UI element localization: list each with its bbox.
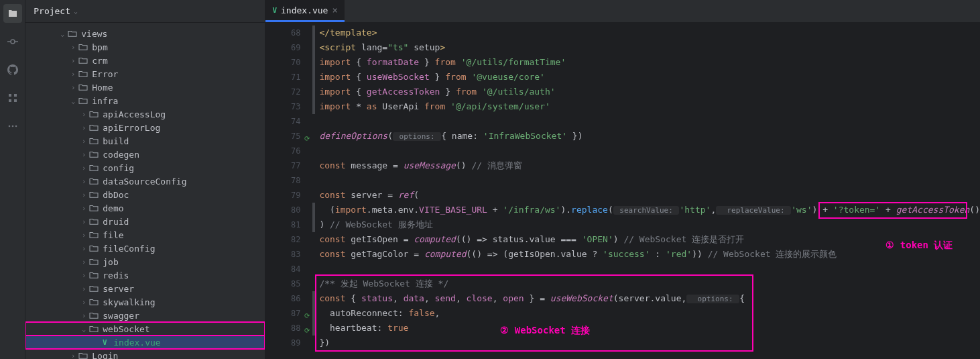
folder-icon [67,30,78,38]
tree-label: index.vue [113,338,160,348]
chevron-down-icon[interactable] [68,97,78,105]
chevron-right-icon[interactable] [79,312,88,319]
file-tree[interactable]: viewsbpmcrmErrorHomeinfraapiAccessLogapi… [25,23,265,359]
line-number[interactable]: 82 [265,232,300,247]
tree-label: demo [103,203,123,213]
tree-label: Home [92,83,113,93]
activity-bar [0,0,25,359]
tree-item-server[interactable]: server [25,282,265,295]
chevron-right-icon[interactable] [68,352,78,360]
project-panel-header[interactable]: Project ⌄ [25,0,265,23]
more-icon[interactable] [3,117,22,136]
tree-label: redis [103,270,129,280]
folder-icon [78,43,88,51]
line-number[interactable]: 72 [265,85,300,99]
line-number[interactable]: 73 [265,99,300,114]
line-number[interactable]: 87⟳ [265,306,300,321]
chevron-right-icon[interactable] [68,70,78,78]
line-number[interactable]: 78 [265,173,300,188]
chevron-right-icon[interactable] [68,84,78,91]
tree-item-views[interactable]: views [25,27,265,40]
code-line: heartbeat: true [312,321,980,336]
chevron-right-icon[interactable] [68,57,78,64]
folder-icon [88,150,99,158]
chevron-right-icon[interactable] [79,205,88,212]
commit-icon[interactable] [3,32,22,51]
tree-item-job[interactable]: job [25,255,265,268]
line-number[interactable]: 70 [265,55,300,70]
tree-item-demo[interactable]: demo [25,201,265,215]
tree-item-apiaccesslog[interactable]: apiAccessLog [25,107,265,121]
chevron-right-icon[interactable] [79,218,88,225]
chevron-right-icon[interactable] [79,285,88,293]
line-number[interactable]: 77 [265,158,300,173]
line-number[interactable]: 89 [265,336,300,350]
tree-item-fileconfig[interactable]: fileConfig [25,242,265,255]
line-number[interactable]: 74 [265,114,300,129]
folder-icon [88,177,99,185]
line-number[interactable]: 83 [265,247,300,262]
chevron-right-icon[interactable] [79,178,88,185]
chevron-right-icon[interactable] [79,124,88,132]
line-number[interactable]: 80 [265,203,300,217]
github-icon[interactable] [3,60,22,79]
chevron-right-icon[interactable] [79,151,88,158]
line-number[interactable]: 84 [265,262,300,276]
chevron-right-icon[interactable] [79,299,88,306]
chevron-right-icon[interactable] [79,232,88,239]
chevron-right-icon[interactable] [68,44,78,51]
folder-icon [88,110,99,118]
tree-item-codegen[interactable]: codegen [25,148,265,161]
chevron-right-icon[interactable] [79,138,88,145]
chevron-right-icon[interactable] [79,191,88,199]
line-number[interactable]: 71 [265,70,300,85]
tab-index-vue[interactable]: V index.vue × [265,0,345,22]
tree-item-file[interactable]: file [25,228,265,242]
code-content[interactable]: </template> <script lang="ts" setup> imp… [312,23,980,359]
tree-label: dbDoc [103,190,129,200]
tree-item-index-vue[interactable]: Vindex.vue [25,336,265,349]
close-icon[interactable]: × [332,5,337,15]
project-explorer-icon[interactable] [3,4,22,23]
chevron-down-icon[interactable] [58,30,67,38]
tree-item-login[interactable]: Login [25,349,265,359]
tree-item-infra[interactable]: infra [25,94,265,107]
code-editor[interactable]: 6869707172737475⟳76777879808182838485868… [265,23,980,359]
line-number[interactable]: 88⟳ [265,321,300,336]
chevron-right-icon[interactable] [79,258,88,266]
tree-item-apierrorlog[interactable]: apiErrorLog [25,121,265,134]
line-number[interactable]: 86 [265,291,300,306]
tree-item-home[interactable]: Home [25,81,265,94]
chevron-right-icon[interactable] [79,111,88,118]
tree-item-redis[interactable]: redis [25,268,265,282]
tree-item-config[interactable]: config [25,161,265,174]
tree-item-crm[interactable]: crm [25,54,265,67]
code-line: import { formatDate } from '@/utils/form… [312,55,980,70]
line-number[interactable]: 79 [265,188,300,203]
structure-icon[interactable] [3,89,22,107]
line-number[interactable]: 68 [265,25,300,40]
folder-icon [88,311,99,319]
tree-item-error[interactable]: Error [25,67,265,81]
tree-label: server [103,284,134,294]
line-number[interactable]: 85 [265,276,300,291]
tree-item-build[interactable]: build [25,134,265,148]
line-number[interactable]: 81 [265,217,300,232]
tree-item-swagger[interactable]: swagger [25,309,265,322]
line-number[interactable]: 76 [265,144,300,158]
chevron-right-icon[interactable] [79,272,88,279]
svg-point-7 [8,125,10,127]
chevron-down-icon[interactable] [79,325,88,333]
tree-item-websocket[interactable]: webSocket [25,322,265,336]
chevron-right-icon[interactable] [79,164,88,172]
tree-item-datasourceconfig[interactable]: dataSourceConfig [25,174,265,188]
folder-icon [88,123,99,132]
chevron-right-icon[interactable] [79,245,88,252]
tree-item-skywalking[interactable]: skywalking [25,295,265,309]
tree-item-dbdoc[interactable]: dbDoc [25,188,265,201]
folder-icon [78,352,88,359]
tree-item-bpm[interactable]: bpm [25,40,265,54]
line-number[interactable]: 69 [265,40,300,55]
tree-item-druid[interactable]: druid [25,215,265,228]
line-number[interactable]: 75⟳ [265,129,300,144]
